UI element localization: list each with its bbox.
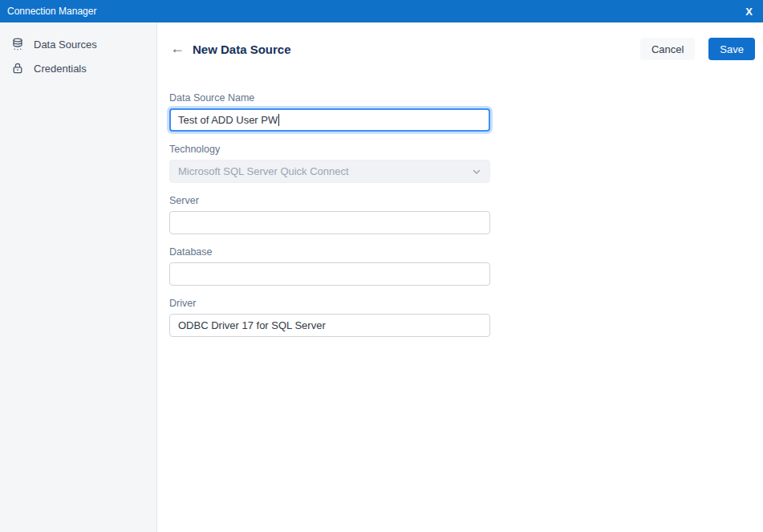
field-group-server: Server xyxy=(169,195,490,234)
technology-label: Technology xyxy=(169,144,490,155)
driver-label: Driver xyxy=(169,298,490,309)
close-icon[interactable]: X xyxy=(745,6,753,17)
field-group-database: Database xyxy=(169,246,490,286)
sidebar: Data Sources Credentials xyxy=(0,22,157,532)
lock-icon xyxy=(11,62,24,75)
database-label: Database xyxy=(169,246,490,258)
technology-value: Microsoft SQL Server Quick Connect xyxy=(178,165,349,177)
field-group-technology: Technology Microsoft SQL Server Quick Co… xyxy=(169,144,490,183)
chevron-down-icon xyxy=(472,167,481,177)
text-caret xyxy=(278,114,279,126)
data-source-name-input[interactable]: Test of ADD User PW xyxy=(169,108,490,132)
titlebar: Connection Manager X xyxy=(0,0,763,22)
sidebar-item-data-sources[interactable]: Data Sources xyxy=(0,32,156,56)
sidebar-item-label: Data Sources xyxy=(34,39,97,51)
data-source-name-label: Data Source Name xyxy=(169,92,490,104)
database-input[interactable] xyxy=(169,262,490,286)
back-arrow-icon[interactable]: ← xyxy=(170,41,185,55)
page-title: New Data Source xyxy=(193,43,291,56)
main-panel: ← New Data Source Cancel Save Data Sourc… xyxy=(157,22,763,532)
server-label: Server xyxy=(169,195,490,206)
driver-input[interactable]: ODBC Driver 17 for SQL Server xyxy=(169,314,490,337)
field-group-data-source-name: Data Source Name Test of ADD User PW xyxy=(169,92,490,132)
data-source-name-value: Test of ADD User PW xyxy=(178,114,278,126)
technology-select[interactable]: Microsoft SQL Server Quick Connect xyxy=(169,160,490,183)
driver-value: ODBC Driver 17 for SQL Server xyxy=(178,319,326,331)
window-title: Connection Manager xyxy=(7,6,96,17)
sidebar-item-label: Credentials xyxy=(34,63,87,75)
sidebar-item-credentials[interactable]: Credentials xyxy=(0,56,156,80)
data-source-form: Data Source Name Test of ADD User PW Tec… xyxy=(169,92,490,337)
save-button[interactable]: Save xyxy=(708,38,755,60)
field-group-driver: Driver ODBC Driver 17 for SQL Server xyxy=(169,298,490,337)
database-icon xyxy=(11,38,24,51)
page-header: ← New Data Source Cancel Save xyxy=(157,22,763,60)
server-input[interactable] xyxy=(169,211,490,234)
cancel-button[interactable]: Cancel xyxy=(640,38,695,60)
